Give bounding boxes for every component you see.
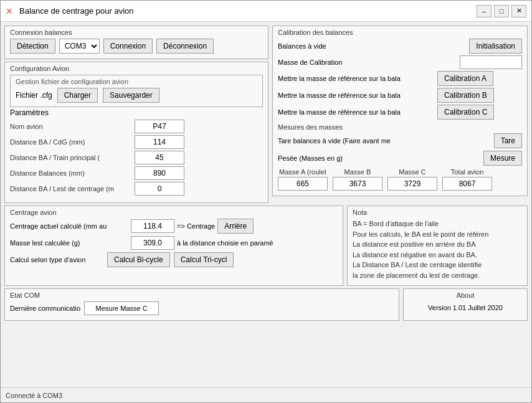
calibration-group: Calibration des balances Balances à vide… xyxy=(272,26,528,196)
nota-line3: La distance est positive en arrière du B… xyxy=(353,239,522,250)
calib-a-long-label: Mettre la masse de référence sur la bala xyxy=(278,75,434,82)
about-version: Version 1.01 Juillet 2020 xyxy=(409,301,522,311)
balances-vide-row: Balances à vide Initialisation xyxy=(278,39,522,54)
calibration-c-button[interactable]: Calibration C xyxy=(437,105,494,120)
nota-line2: Pour les calculs, le BA est le point de … xyxy=(353,229,522,240)
nota-line6: la zone de placement du lest de centrage… xyxy=(353,270,522,281)
dist-balances-input[interactable] xyxy=(135,166,184,180)
dist-ba-train-label: Distance BA / Train principal ( xyxy=(10,154,135,161)
mesures-group: Mesures des masses Tare balances à vide … xyxy=(278,123,522,191)
nota-group: Nota BA = Bord d'attaque de l'aile Pour … xyxy=(347,206,528,286)
dist-balances-row: Distance Balances (mm) xyxy=(10,166,263,180)
calibration-b-button[interactable]: Calibration B xyxy=(437,88,494,103)
centrage-actuel-input[interactable] xyxy=(131,219,174,233)
masse-lest-row: Masse lest calculée (g) à la distance ch… xyxy=(10,236,338,250)
centrage-title: Centrage avion xyxy=(10,209,338,216)
calib-b-long-label: Mettre la masse de référence sur la bala xyxy=(278,92,434,99)
dist-ba-lest-row: Distance BA / Lest de centrage (m xyxy=(10,182,263,196)
masse-b-col: Masse B xyxy=(333,168,382,191)
etat-inner: Dernière communicatio xyxy=(10,301,394,315)
calcul-label: Calcul selon type d'avion xyxy=(10,256,103,263)
centrage-position-button[interactable]: Arrière xyxy=(217,219,254,234)
dist-ba-cdg-row: Distance BA / CdG (mm) xyxy=(10,135,263,149)
calcul-row: Calcul selon type d'avion Calcul Bi-cycl… xyxy=(10,252,338,267)
status-text: Connecté à COM3 xyxy=(6,392,62,399)
masse-a-input[interactable] xyxy=(278,177,328,191)
masse-a-col: Masse A (roulet xyxy=(278,168,328,191)
window-title: Balance de centrage pour avion xyxy=(19,6,477,16)
nom-avion-label: Nom avion xyxy=(10,123,135,130)
calcul-tricycle-button[interactable]: Calcul Tri-cycl xyxy=(174,252,234,267)
connexion-row: Détection COM3 COM1 COM2 COM4 Connexion … xyxy=(10,39,263,54)
masse-calib-label: Masse de Calibration xyxy=(278,59,456,66)
masse-c-col: Masse C xyxy=(387,168,437,191)
dist-ba-lest-input[interactable] xyxy=(135,182,184,196)
masse-c-input[interactable] xyxy=(387,177,437,191)
derniere-input[interactable] xyxy=(84,301,159,315)
dist-ba-cdg-input[interactable] xyxy=(135,135,184,149)
close-button[interactable]: ✕ xyxy=(511,5,526,17)
masse-c-label: Masse C xyxy=(399,168,425,176)
calcul-bicycle-button[interactable]: Calcul Bi-cycle xyxy=(107,252,170,267)
sauvegarder-button[interactable]: Sauvegarder xyxy=(103,88,159,103)
charger-button[interactable]: Charger xyxy=(57,88,98,103)
maximize-button[interactable]: □ xyxy=(494,5,509,17)
total-label: Total avion xyxy=(451,168,484,176)
mesure-button[interactable]: Mesure xyxy=(483,151,522,166)
bottom-row: Centrage avion Centrage actuel calculé (… xyxy=(4,206,528,286)
masses-row: Masse A (roulet Masse B Masse C xyxy=(278,168,522,191)
port-select[interactable]: COM3 COM1 COM2 COM4 xyxy=(59,39,100,54)
calib-a-row: Mettre la masse de référence sur la bala… xyxy=(278,71,522,86)
pesee-label: Pesée (Masses en g) xyxy=(278,154,480,162)
masse-calib-input[interactable] xyxy=(460,55,522,69)
params-title: Paramètres xyxy=(10,108,263,117)
dist-ba-lest-label: Distance BA / Lest de centrage (m xyxy=(10,185,135,192)
total-input[interactable] xyxy=(442,177,492,191)
main-window: ✕ Balance de centrage pour avion – □ ✕ C… xyxy=(0,0,532,403)
detection-button[interactable]: Détection xyxy=(10,39,55,54)
tare-button[interactable]: Tare xyxy=(494,133,522,148)
calibration-title: Calibration des balances xyxy=(278,29,522,36)
fichier-label: Fichier .cfg xyxy=(16,91,52,100)
nota-line5: La Distance BA / Lest de centrage identi… xyxy=(353,260,522,270)
initialisation-button[interactable]: Initialisation xyxy=(469,39,522,54)
dist-ba-train-input[interactable] xyxy=(135,151,184,164)
nota-text: BA = Bord d'attaque de l'aile Pour les c… xyxy=(353,219,522,280)
tare-row: Tare balances à vide (Faire avant me Tar… xyxy=(278,133,522,148)
centrage-actuel-row: Centrage actuel calculé (mm au => Centra… xyxy=(10,219,338,234)
dist-balances-label: Distance Balances (mm) xyxy=(10,169,135,177)
calib-c-row: Mettre la masse de référence sur la bala… xyxy=(278,105,522,120)
masse-calib-row: Masse de Calibration xyxy=(278,55,522,69)
config-avion-group: Configuration Avion Gestion fichier de c… xyxy=(4,62,268,203)
dist-ba-cdg-label: Distance BA / CdG (mm) xyxy=(10,138,135,146)
nom-avion-input[interactable] xyxy=(135,120,184,133)
nota-line1: BA = Bord d'attaque de l'aile xyxy=(353,219,522,229)
etat-group: Etat COM Dernière communicatio xyxy=(4,288,399,321)
calibration-section: Balances à vide Initialisation Masse de … xyxy=(278,39,522,120)
derniere-label: Dernière communicatio xyxy=(10,305,80,312)
nota-title: Nota xyxy=(353,209,522,216)
nom-avion-row: Nom avion xyxy=(10,120,263,133)
dist-ba-train-row: Distance BA / Train principal ( xyxy=(10,151,263,164)
tare-label: Tare balances à vide (Faire avant me xyxy=(278,137,490,145)
pesee-row: Pesée (Masses en g) Mesure xyxy=(278,151,522,166)
masse-lest-suffix: à la distance choisie en paramè xyxy=(177,239,273,247)
connexion-title: Connexion balances xyxy=(10,29,263,36)
connexion-button[interactable]: Connexion xyxy=(103,39,153,54)
minimize-button[interactable]: – xyxy=(477,5,492,17)
right-panel: Calibration des balances Balances à vide… xyxy=(272,26,528,203)
config-inner-title: Gestion fichier de configuration avion xyxy=(16,78,257,85)
masse-b-label: Masse B xyxy=(344,168,371,176)
params-group: Paramètres Nom avion Distance BA / CdG (… xyxy=(10,108,263,196)
nota-line4: La distance est négative en avant du BA. xyxy=(353,250,522,260)
masse-lest-input[interactable] xyxy=(131,236,174,250)
total-col: Total avion xyxy=(442,168,492,191)
balances-vide-label: Balances à vide xyxy=(278,42,465,50)
centrage-arrow: => Centrage xyxy=(177,222,215,230)
calibration-a-button[interactable]: Calibration A xyxy=(437,71,493,86)
etat-about-row: Etat COM Dernière communicatio About Ver… xyxy=(4,288,528,321)
deconnexion-button[interactable]: Déconnexion xyxy=(156,39,214,54)
masse-b-input[interactable] xyxy=(333,177,382,191)
top-row: Connexion balances Détection COM3 COM1 C… xyxy=(4,26,528,203)
config-inner: Gestion fichier de configuration avion F… xyxy=(10,75,263,107)
